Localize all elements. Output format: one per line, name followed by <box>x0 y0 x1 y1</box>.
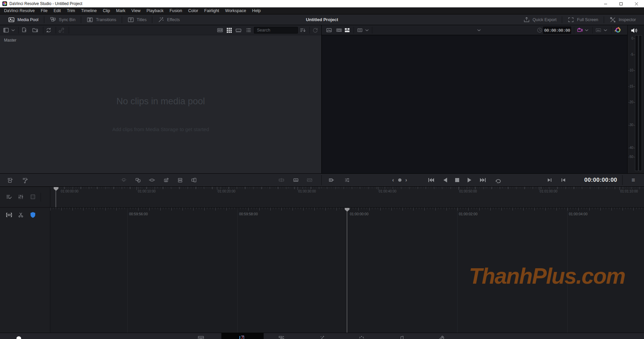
page-edit-icon[interactable] <box>278 335 285 339</box>
media-pool-icon <box>8 16 15 23</box>
menu-file[interactable]: File <box>38 8 50 13</box>
page-deliver-icon[interactable] <box>438 335 445 339</box>
quick-export-button[interactable]: Quick Export <box>518 14 562 25</box>
page-fusion-icon[interactable] <box>318 335 326 339</box>
menu-workspace[interactable]: Workspace <box>222 8 249 13</box>
media-pool-panel: Master No clips in media pool Add clips … <box>0 25 321 173</box>
go-to-start-button[interactable] <box>427 176 435 184</box>
menu-clip[interactable]: Clip <box>100 8 113 13</box>
source-clip-view-icon[interactable] <box>326 27 332 34</box>
loop-button[interactable] <box>494 176 502 184</box>
source-overwrite-icon[interactable] <box>177 177 183 183</box>
camera-chevron-icon[interactable] <box>584 27 589 34</box>
timeline-select-chevron-icon[interactable] <box>477 27 481 34</box>
divider <box>611 27 611 34</box>
scene-cut-chevron-icon[interactable] <box>603 27 608 34</box>
sync-clips-icon[interactable] <box>45 27 52 34</box>
stop-button[interactable] <box>453 176 461 184</box>
page-fairlight-icon[interactable] <box>397 335 405 339</box>
film-reel-icon[interactable] <box>30 193 36 200</box>
resolve-fx-icon[interactable]: ✦ ✦ <box>614 27 621 34</box>
record-dot-button[interactable] <box>398 178 401 182</box>
transitions-toggle[interactable]: Transitions <box>81 14 122 25</box>
menu-playback[interactable]: Playback <box>144 8 167 13</box>
smart-insert-icon[interactable] <box>120 177 127 183</box>
timeline-gridline <box>127 208 128 333</box>
media-pool-toggle[interactable]: Media Pool <box>3 14 44 25</box>
minimize-button[interactable] <box>598 0 613 7</box>
play-reverse-button[interactable] <box>442 176 449 184</box>
ripple-overwrite-icon[interactable] <box>149 177 155 183</box>
titles-toggle[interactable]: Titles <box>122 14 152 25</box>
split-clip-icon[interactable] <box>278 177 285 183</box>
step-forward-button[interactable]: › <box>405 177 407 183</box>
timeline-timecode[interactable]: 00:00:00:00 <box>584 177 617 183</box>
go-to-end-button[interactable] <box>479 176 487 184</box>
page-cut-icon[interactable] <box>238 335 246 339</box>
trim-mode-tool[interactable] <box>6 212 12 218</box>
speaker-icon[interactable] <box>630 27 638 34</box>
bin-list-toggle-icon[interactable] <box>3 27 9 34</box>
timeline-playhead-line <box>347 211 347 333</box>
menu-color[interactable]: Color <box>185 8 201 13</box>
camera-icon[interactable] <box>577 27 583 34</box>
menu-mark[interactable]: Mark <box>113 8 128 13</box>
overview-playhead-handle[interactable] <box>53 187 59 191</box>
timeline-options-menu[interactable]: ≡ <box>632 177 635 183</box>
bin-list-chevron-icon[interactable] <box>11 27 15 34</box>
track-sliders-icon[interactable] <box>17 193 24 200</box>
audio-level-box-icon[interactable] <box>292 177 299 183</box>
list-view-icon[interactable] <box>245 27 252 34</box>
menu-view[interactable]: View <box>128 8 144 13</box>
insert-video-clip-icon[interactable] <box>7 177 14 183</box>
menu-davinci-resolve[interactable]: DaVinci Resolve <box>0 8 38 13</box>
step-back-button[interactable]: ‹ <box>392 177 394 183</box>
menu-edit[interactable]: Edit <box>51 8 64 13</box>
page-media-icon[interactable] <box>197 335 205 339</box>
import-folder-icon[interactable] <box>32 27 39 34</box>
insert-audio-clip-icon[interactable] <box>22 177 29 183</box>
filmstrip-view-icon[interactable] <box>235 27 242 34</box>
relink-media-icon[interactable] <box>58 27 65 34</box>
metadata-view-icon[interactable] <box>217 27 223 34</box>
close-up-icon[interactable] <box>191 177 197 183</box>
full-screen-button[interactable]: Full Screen <box>562 14 603 25</box>
page-color-icon[interactable] <box>358 335 365 339</box>
timeline-view-options-icon[interactable] <box>328 177 335 183</box>
sort-icon[interactable] <box>300 27 306 34</box>
timeline-playhead-handle[interactable] <box>344 208 350 212</box>
snapping-shield-toggle[interactable] <box>30 212 36 218</box>
import-media-icon[interactable] <box>21 27 28 34</box>
effects-toggle[interactable]: Effects <box>152 14 185 25</box>
menu-help[interactable]: Help <box>249 8 264 13</box>
menu-trim[interactable]: Trim <box>64 8 78 13</box>
menu-fairlight[interactable]: Fairlight <box>201 8 222 13</box>
menu-timeline[interactable]: Timeline <box>78 8 100 13</box>
close-button[interactable] <box>629 0 644 7</box>
play-from-in-button[interactable] <box>560 176 566 184</box>
ruler-label: 00:59:56:00 <box>129 212 148 216</box>
thumbnail-view-icon[interactable] <box>226 27 232 34</box>
divider <box>56 27 56 34</box>
search-input[interactable] <box>254 28 298 33</box>
timeline-checklist-icon[interactable] <box>6 193 12 200</box>
sync-bin-toggle[interactable]: Sync Bin <box>44 14 81 25</box>
append-clip-icon[interactable] <box>135 177 141 183</box>
viewer-zoom-icon[interactable] <box>357 27 363 34</box>
multi-view-icon[interactable] <box>344 27 351 34</box>
bin-name[interactable]: Master <box>4 38 16 43</box>
play-to-out-button[interactable] <box>547 176 553 184</box>
scene-cut-icon[interactable] <box>595 27 602 34</box>
viewer-timecode[interactable]: 00:00:00:00 <box>543 26 571 34</box>
refresh-icon[interactable] <box>312 27 319 34</box>
razor-tool[interactable] <box>17 212 24 218</box>
menu-fusion[interactable]: Fusion <box>166 8 185 13</box>
source-tape-view-icon[interactable] <box>336 27 342 34</box>
timeline-zoom-sliders-icon[interactable] <box>344 177 351 183</box>
place-on-top-icon[interactable] <box>163 177 169 183</box>
viewer-zoom-chevron-icon[interactable] <box>365 27 369 34</box>
inspector-button[interactable]: Inspector <box>604 14 641 25</box>
maximize-button[interactable] <box>613 0 629 7</box>
play-button[interactable] <box>466 176 473 184</box>
keyframe-curve-icon[interactable] <box>306 177 313 183</box>
